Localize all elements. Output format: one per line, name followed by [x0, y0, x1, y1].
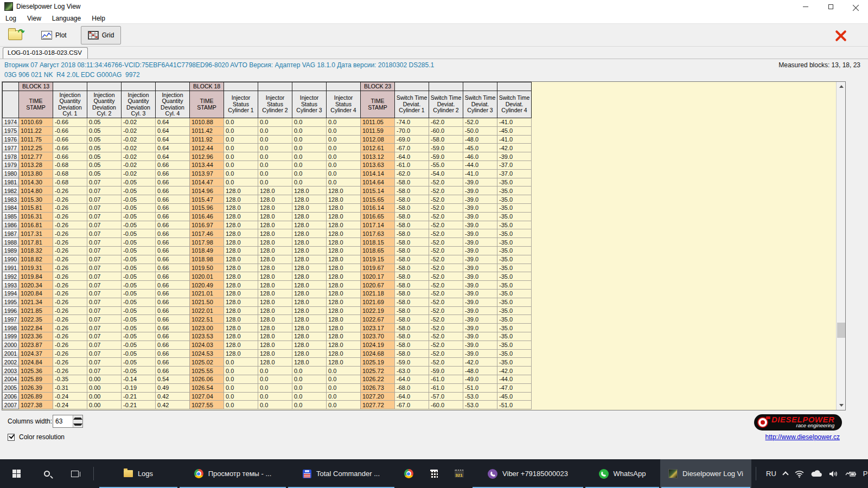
value-cell[interactable]: -0.05: [122, 298, 156, 306]
value-cell[interactable]: 128.0: [224, 298, 258, 306]
value-cell[interactable]: -58.0: [395, 289, 429, 298]
value-cell[interactable]: -35.0: [497, 349, 532, 358]
value-cell[interactable]: -0.21: [122, 392, 156, 401]
value-cell[interactable]: 128.0: [327, 264, 361, 272]
value-cell[interactable]: 128.0: [292, 315, 327, 324]
timestamp-cell[interactable]: 1027.20: [361, 392, 395, 401]
timestamp-cell[interactable]: 1027.55: [190, 401, 224, 409]
value-cell[interactable]: -35.0: [497, 246, 532, 255]
value-cell[interactable]: -39.0: [463, 246, 497, 255]
value-cell[interactable]: 0.05: [87, 160, 122, 169]
value-cell[interactable]: 0.66: [156, 349, 190, 358]
value-cell[interactable]: -58.0: [395, 221, 429, 229]
timestamp-cell[interactable]: 1010.88: [190, 118, 224, 127]
value-cell[interactable]: 128.0: [258, 212, 292, 221]
value-cell[interactable]: -0.02: [122, 152, 156, 161]
value-cell[interactable]: 128.0: [224, 195, 258, 204]
value-cell[interactable]: -58.0: [395, 349, 429, 358]
value-cell[interactable]: 0.0: [224, 169, 258, 178]
value-cell[interactable]: 128.0: [258, 221, 292, 229]
value-cell[interactable]: -58.0: [395, 298, 429, 306]
taskbar-calculator[interactable]: [422, 459, 446, 488]
timestamp-cell[interactable]: 1016.65: [361, 212, 395, 221]
timestamp-cell[interactable]: 1011.75: [19, 135, 53, 144]
value-cell[interactable]: -35.0: [497, 298, 532, 306]
value-cell[interactable]: -0.68: [53, 169, 87, 178]
timestamp-cell[interactable]: 1019.84: [19, 272, 53, 281]
value-cell[interactable]: -0.02: [122, 118, 156, 127]
timestamp-cell[interactable]: 1018.32: [19, 246, 53, 255]
value-cell[interactable]: -39.0: [463, 221, 497, 229]
value-cell[interactable]: -0.05: [122, 187, 156, 195]
timestamp-cell[interactable]: 1011.05: [361, 118, 395, 127]
value-cell[interactable]: 128.0: [258, 264, 292, 272]
value-cell[interactable]: 128.0: [258, 358, 292, 367]
timestamp-cell[interactable]: 1022.35: [19, 315, 53, 324]
value-cell[interactable]: -0.19: [122, 383, 156, 392]
row-number[interactable]: 1987: [3, 229, 19, 238]
row-number[interactable]: 1984: [3, 203, 19, 212]
value-cell[interactable]: -39.0: [463, 332, 497, 341]
value-cell[interactable]: 0.66: [156, 289, 190, 298]
value-cell[interactable]: -58.0: [395, 255, 429, 264]
timestamp-cell[interactable]: 1017.14: [361, 221, 395, 229]
timestamp-cell[interactable]: 1014.64: [361, 178, 395, 187]
value-cell[interactable]: -67.0: [395, 144, 429, 152]
value-cell[interactable]: 128.0: [258, 306, 292, 315]
timestamp-cell[interactable]: 1020.17: [361, 272, 395, 281]
close-button[interactable]: [843, 0, 868, 13]
value-cell[interactable]: 0.0: [327, 169, 361, 178]
value-cell[interactable]: -61.0: [429, 383, 463, 392]
value-cell[interactable]: -53.0: [463, 401, 497, 409]
value-cell[interactable]: -0.05: [122, 324, 156, 332]
timestamp-cell[interactable]: 1013.44: [190, 160, 224, 169]
row-number[interactable]: 1986: [3, 221, 19, 229]
value-cell[interactable]: -58.0: [395, 212, 429, 221]
close-log-button[interactable]: [831, 26, 850, 44]
value-cell[interactable]: 0.0: [327, 367, 361, 375]
value-cell[interactable]: -51.0: [463, 383, 497, 392]
value-cell[interactable]: 0.0: [224, 367, 258, 375]
timestamp-cell[interactable]: 1021.85: [19, 306, 53, 315]
value-cell[interactable]: 128.0: [224, 187, 258, 195]
value-cell[interactable]: 128.0: [327, 272, 361, 281]
value-cell[interactable]: -44.0: [463, 160, 497, 169]
value-cell[interactable]: 0.07: [87, 272, 122, 281]
value-cell[interactable]: 128.0: [224, 281, 258, 290]
value-cell[interactable]: -41.0: [497, 118, 532, 127]
value-cell[interactable]: 128.0: [292, 195, 327, 204]
value-cell[interactable]: 128.0: [327, 306, 361, 315]
row-number[interactable]: 2006: [3, 392, 19, 401]
value-cell[interactable]: -52.0: [429, 255, 463, 264]
timestamp-cell[interactable]: 1011.22: [19, 126, 53, 135]
value-cell[interactable]: 0.66: [156, 160, 190, 169]
row-number[interactable]: 1978: [3, 152, 19, 161]
value-cell[interactable]: -0.26: [53, 238, 87, 247]
row-number[interactable]: 1998: [3, 324, 19, 332]
value-cell[interactable]: -0.31: [53, 383, 87, 392]
value-cell[interactable]: 128.0: [258, 281, 292, 290]
value-cell[interactable]: -0.05: [122, 289, 156, 298]
timestamp-cell[interactable]: 1025.02: [190, 358, 224, 367]
value-cell[interactable]: -0.05: [122, 229, 156, 238]
value-cell[interactable]: -39.0: [463, 281, 497, 290]
timestamp-cell[interactable]: 1021.18: [361, 289, 395, 298]
timestamp-cell[interactable]: 1023.87: [19, 341, 53, 349]
value-cell[interactable]: -39.0: [463, 298, 497, 306]
value-cell[interactable]: -39.0: [463, 289, 497, 298]
value-cell[interactable]: -0.68: [53, 160, 87, 169]
value-cell[interactable]: 0.0: [224, 375, 258, 383]
timestamp-cell[interactable]: 1024.53: [190, 349, 224, 358]
value-cell[interactable]: -70.0: [395, 126, 429, 135]
value-cell[interactable]: 128.0: [327, 221, 361, 229]
value-cell[interactable]: 0.0: [327, 160, 361, 169]
value-cell[interactable]: 0.0: [292, 178, 327, 187]
vertical-scrollbar[interactable]: [836, 82, 845, 410]
value-cell[interactable]: -0.02: [122, 144, 156, 152]
value-cell[interactable]: 128.0: [292, 238, 327, 247]
value-cell[interactable]: 0.0: [292, 160, 327, 169]
value-cell[interactable]: -58.0: [395, 315, 429, 324]
value-cell[interactable]: -35.0: [497, 272, 532, 281]
value-cell[interactable]: 0.07: [87, 281, 122, 290]
value-cell[interactable]: 128.0: [224, 306, 258, 315]
